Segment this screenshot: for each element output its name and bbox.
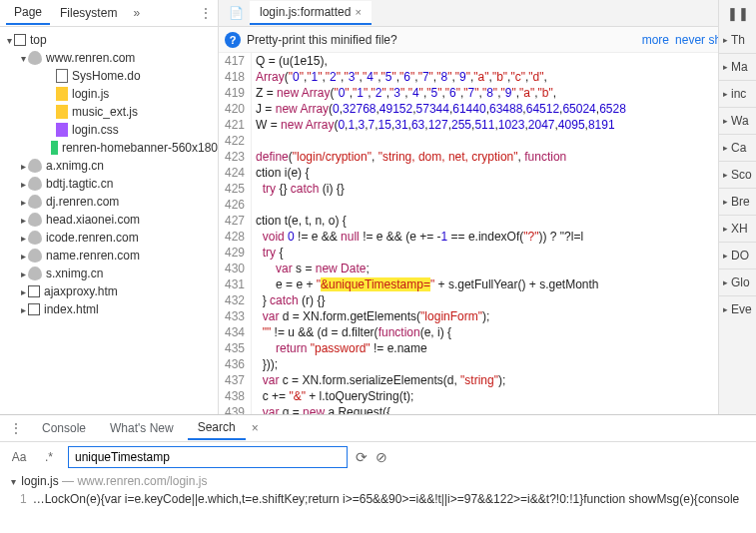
- search-result-file[interactable]: ▾ login.js — www.renren.com/login.js: [0, 472, 756, 490]
- tree-file[interactable]: renren-homebanner-560x180: [0, 139, 218, 157]
- chevron-icon[interactable]: ▸: [18, 179, 28, 190]
- debug-panel-th[interactable]: ▸Th: [719, 27, 756, 53]
- cloud-icon: [28, 213, 42, 227]
- result-filename: login.js: [21, 474, 58, 488]
- editor-prev-icon[interactable]: 📄: [223, 2, 250, 24]
- debug-panel-xh[interactable]: ▸XH: [719, 215, 756, 242]
- tree-frame[interactable]: ▸index.html: [0, 300, 218, 318]
- clear-icon[interactable]: ⊘: [376, 449, 387, 465]
- chevron-icon[interactable]: ▸: [18, 215, 28, 226]
- chevron-icon[interactable]: ▸: [18, 161, 28, 172]
- debugger-rail: ❚❚ ▸Th▸Ma▸inc▸Wa▸Ca▸Sco▸Bre▸XH▸DO▸Glo▸Ev…: [718, 0, 756, 414]
- panel-label: Ca: [731, 141, 746, 155]
- result-line-number: 1: [20, 492, 27, 506]
- debug-panel-ca[interactable]: ▸Ca: [719, 134, 756, 161]
- panel-label: DO: [731, 249, 749, 263]
- panel-label: Th: [731, 33, 745, 47]
- tab-whatsnew[interactable]: What's New: [100, 417, 184, 439]
- debug-panel-inc[interactable]: ▸inc: [719, 80, 756, 107]
- tree-label: ajaxproxy.htm: [44, 284, 118, 298]
- tree-domain[interactable]: ▸icode.renren.com: [0, 229, 218, 247]
- debug-panel-wa[interactable]: ▸Wa: [719, 107, 756, 134]
- search-regex[interactable]: .*: [38, 450, 60, 464]
- tab-search[interactable]: Search: [188, 416, 246, 440]
- debug-panel-glo[interactable]: ▸Glo: [719, 268, 756, 295]
- chevron-down-icon[interactable]: ▾: [8, 476, 18, 487]
- chevron-right-icon: ▸: [723, 116, 728, 126]
- page-icon: [56, 69, 68, 83]
- chevron-icon[interactable]: ▸: [18, 268, 28, 279]
- chevron-icon[interactable]: ▸: [18, 286, 28, 297]
- tree-label: head.xiaonei.com: [46, 213, 140, 227]
- chevron-icon[interactable]: ▾: [4, 35, 14, 46]
- chevron-right-icon: ▸: [723, 251, 728, 261]
- tree-file[interactable]: music_ext.js: [0, 103, 218, 121]
- tab-console[interactable]: Console: [32, 417, 96, 439]
- debug-panel-do[interactable]: ▸DO: [719, 242, 756, 268]
- chevron-right-icon: ▸: [723, 89, 728, 99]
- tab-filesystem[interactable]: Filesystem: [52, 2, 125, 24]
- close-icon[interactable]: ×: [355, 6, 361, 18]
- search-bar: Aa .* ⟳ ⊘: [0, 442, 756, 472]
- pause-icon[interactable]: ❚❚: [719, 0, 756, 27]
- tree-domain[interactable]: ▸dj.renren.com: [0, 193, 218, 211]
- chevron-right-icon: ▸: [723, 143, 728, 153]
- result-line-text: …LockOn(e){var i=e.keyCode||e.which,t=e.…: [33, 492, 740, 506]
- chevron-icon[interactable]: ▸: [18, 304, 28, 315]
- chevron-icon[interactable]: ▸: [18, 233, 28, 244]
- editor-tab[interactable]: login.js:formatted ×: [250, 1, 372, 25]
- tree-top[interactable]: ▾top: [0, 31, 218, 49]
- img-icon: [51, 141, 57, 155]
- panel-label: Sco: [731, 168, 752, 182]
- tree-domain[interactable]: ▾www.renren.com: [0, 49, 218, 67]
- tab-page[interactable]: Page: [6, 1, 50, 25]
- debug-panel-ma[interactable]: ▸Ma: [719, 53, 756, 80]
- chevron-icon[interactable]: ▾: [18, 53, 28, 64]
- tree-file[interactable]: login.js: [0, 85, 218, 103]
- tree-label: login.css: [72, 123, 119, 137]
- panel-label: inc: [731, 87, 746, 101]
- sidebar-menu-icon[interactable]: ⋮: [194, 2, 218, 24]
- panel-label: Bre: [731, 195, 750, 209]
- tree-label: SysHome.do: [72, 69, 141, 83]
- drawer-tabs: ⋮ Console What's New Search ×: [0, 415, 756, 442]
- tree-file[interactable]: SysHome.do: [0, 67, 218, 85]
- result-path: — www.renren.com/login.js: [62, 474, 207, 488]
- search-match-case[interactable]: Aa: [8, 450, 30, 464]
- panel-label: Eve: [731, 302, 752, 316]
- panel-label: Glo: [731, 275, 750, 289]
- cloud-icon: [28, 159, 42, 173]
- tree-label: login.js: [72, 87, 109, 101]
- chevron-right-icon: ▸: [723, 277, 728, 287]
- tree-frame[interactable]: ▸ajaxproxy.htm: [0, 282, 218, 300]
- cloud-icon: [28, 177, 42, 191]
- tree-domain[interactable]: ▸a.xnimg.cn: [0, 157, 218, 175]
- tree-label: index.html: [44, 302, 99, 316]
- chevron-icon[interactable]: ▸: [18, 197, 28, 208]
- search-input[interactable]: [68, 446, 348, 468]
- tree-domain[interactable]: ▸name.renren.com: [0, 247, 218, 265]
- tree-domain[interactable]: ▸bdtj.tagtic.cn: [0, 175, 218, 193]
- win-icon: [28, 285, 40, 297]
- panel-label: XH: [731, 222, 748, 236]
- tree-label: www.renren.com: [46, 51, 135, 65]
- drawer: ⋮ Console What's New Search × Aa .* ⟳ ⊘ …: [0, 414, 756, 533]
- drawer-menu-icon[interactable]: ⋮: [4, 417, 28, 439]
- search-result-line[interactable]: 1…LockOn(e){var i=e.keyCode||e.which,t=e…: [0, 490, 756, 508]
- win-icon: [14, 34, 26, 46]
- close-icon[interactable]: ×: [252, 421, 259, 435]
- info-icon: ?: [225, 32, 241, 48]
- panel-label: Wa: [731, 114, 749, 128]
- chevron-icon[interactable]: ▸: [18, 251, 28, 262]
- panel-label: Ma: [731, 60, 748, 74]
- debug-panel-bre[interactable]: ▸Bre: [719, 188, 756, 215]
- pretty-print-more[interactable]: more: [642, 33, 669, 47]
- debug-panel-eve[interactable]: ▸Eve: [719, 295, 756, 322]
- tree-domain[interactable]: ▸s.xnimg.cn: [0, 265, 218, 282]
- tree-domain[interactable]: ▸head.xiaonei.com: [0, 211, 218, 229]
- tree-file[interactable]: login.css: [0, 121, 218, 139]
- refresh-icon[interactable]: ⟳: [356, 449, 368, 465]
- debug-panel-sco[interactable]: ▸Sco: [719, 161, 756, 188]
- cloud-icon: [28, 195, 42, 209]
- tabs-more[interactable]: »: [127, 2, 146, 24]
